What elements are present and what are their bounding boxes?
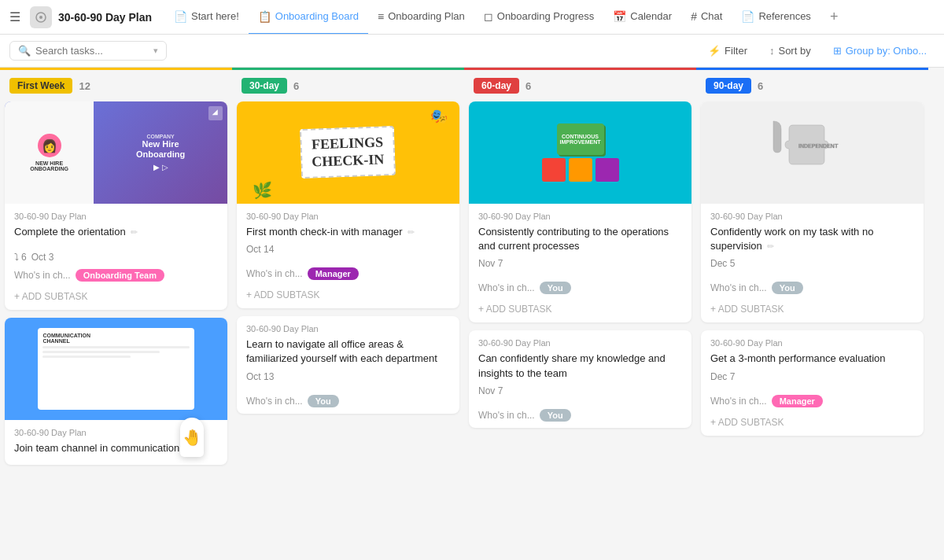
filter-icon: ⚡: [708, 45, 721, 57]
col-count-first-week: 12: [79, 80, 90, 92]
filter-button[interactable]: ⚡ Filter: [700, 41, 755, 61]
assignee-label-knowledge: Who's in ch...: [478, 410, 535, 421]
card-office-nav: 30-60-90 Day Plan Learn to navigate all …: [237, 316, 459, 413]
col-badge-first-week: First Week: [9, 78, 72, 94]
tag-you-knowledge: You: [540, 409, 571, 422]
tab-references[interactable]: 📄 References: [732, 0, 820, 35]
assignee-label-eval: Who's in ch...: [710, 396, 767, 407]
edit-icon-independent[interactable]: ✏: [767, 241, 774, 251]
assignee-label-office: Who's in ch...: [246, 396, 303, 407]
card-knowledge: 30-60-90 Day Plan Can confidently share …: [469, 330, 691, 427]
card-footer-continuous: Who's in ch... You: [469, 278, 691, 300]
group-icon: ⊞: [833, 45, 842, 57]
card-comm: COMMUNICATIONCHANNEL 🤚 30-60-90 Day Plan…: [5, 318, 227, 465]
card-title-independent: Confidently work on my task with no supe…: [710, 225, 914, 253]
card-footer-independent: Who's in ch... You: [701, 278, 924, 300]
tag-manager: Manager: [308, 267, 359, 280]
assignee-label: Who's in ch...: [14, 270, 71, 281]
sort-icon: ↕: [769, 45, 775, 57]
hamburger-menu[interactable]: ☰: [9, 9, 20, 24]
card-img-orientation: 👩 NEW HIREONBOARDING COMPANY New HireOnb…: [5, 101, 227, 204]
card-continuous: CONTINUOUSIMPROVEMENT 30-60-90 Day Plan …: [469, 101, 691, 322]
card-footer-eval: Who's in ch... Manager: [701, 392, 924, 414]
card-date-independent: Dec 5: [710, 258, 914, 269]
search-chevron-icon: ▾: [153, 46, 158, 56]
board-icon: 📋: [258, 10, 271, 23]
col-badge-90: 90-day: [706, 78, 751, 94]
card-footer-knowledge: Who's in ch... You: [469, 406, 691, 428]
sort-button[interactable]: ↕ Sort by: [761, 41, 819, 61]
card-footer-office: Who's in ch... You: [237, 392, 459, 414]
card-date-knowledge: Nov 7: [478, 385, 682, 396]
plan-icon: ≡: [378, 10, 384, 23]
add-tab-button[interactable]: +: [824, 9, 845, 25]
tag-you-office: You: [308, 395, 339, 407]
tab-chat[interactable]: # Chat: [681, 0, 732, 35]
app-logo: [30, 6, 52, 28]
search-icon: 🔍: [18, 45, 31, 57]
col-badge-60: 60-day: [474, 78, 519, 94]
column-60-day: 60-day 6 CONTINUOUSIMPROVEMENT: [464, 68, 696, 560]
card-footer-feelings: Who's in ch... Manager: [237, 264, 459, 286]
card-orientation: 👩 NEW HIREONBOARDING COMPANY New HireOnb…: [5, 101, 227, 310]
edit-icon-feelings[interactable]: ✏: [407, 227, 415, 237]
col-count-60: 6: [525, 80, 531, 92]
col-header-90: 90-day 6: [701, 70, 924, 101]
references-icon: 📄: [741, 10, 754, 23]
card-date-office: Oct 13: [246, 371, 450, 382]
calendar-icon: 📅: [613, 10, 626, 23]
card-title-feelings: First month check-in with manager ✏: [246, 225, 450, 239]
card-meta-continuous: 30-60-90 Day Plan: [478, 212, 682, 221]
card-meta-office: 30-60-90 Day Plan: [246, 324, 450, 333]
tab-onboarding-plan[interactable]: ≡ Onboarding Plan: [368, 0, 474, 35]
card-img-comm: COMMUNICATIONCHANNEL 🤚: [5, 318, 227, 420]
add-subtask-feelings[interactable]: + ADD SUBTASK: [237, 286, 459, 308]
subtask-count: ⤵ 6: [14, 252, 27, 263]
toolbar: 🔍 ▾ ⚡ Filter ↕ Sort by ⊞ Group by: Onbo.…: [0, 35, 944, 68]
assignee-label-independent: Who's in ch...: [710, 282, 767, 293]
search-box[interactable]: 🔍 ▾: [9, 41, 167, 61]
add-subtask-independent[interactable]: + ADD SUBTASK: [701, 300, 924, 322]
edit-icon[interactable]: ✏: [131, 227, 138, 237]
assignee-tag: Onboarding Team: [76, 269, 164, 282]
card-meta-independent: 30-60-90 Day Plan: [710, 212, 914, 221]
card-meta: 30-60-90 Day Plan: [14, 212, 218, 221]
card-title-office: Learn to navigate all office areas & fam…: [246, 337, 450, 366]
column-90-day: 90-day 6 INDEPENDENT: [696, 68, 928, 560]
group-button[interactable]: ⊞ Group by: Onbo...: [825, 41, 935, 61]
tab-onboarding-board[interactable]: 📋 Onboarding Board: [249, 0, 368, 35]
tab-calendar[interactable]: 📅 Calendar: [603, 0, 681, 35]
card-img-independent: INDEPENDENT: [701, 101, 924, 204]
app-title: 30-60-90 Day Plan: [58, 11, 152, 24]
start-icon: 📄: [174, 10, 187, 23]
add-subtask-btn[interactable]: + ADD SUBTASK: [5, 288, 227, 310]
tag-manager-eval: Manager: [772, 395, 823, 407]
card-img-feelings: FEELINGSCHECK-IN 🌿 🎭: [237, 101, 459, 204]
add-subtask-continuous[interactable]: + ADD SUBTASK: [469, 300, 691, 322]
card-title-knowledge: Can confidently share my knowledge and i…: [478, 352, 682, 380]
card-date-continuous: Nov 7: [478, 258, 682, 269]
card-date-eval: Dec 7: [710, 371, 914, 382]
tag-you-continuous: You: [540, 282, 571, 294]
col-count-90: 6: [758, 80, 763, 92]
tab-start[interactable]: 📄 Start here!: [164, 0, 249, 35]
add-subtask-eval[interactable]: + ADD SUBTASK: [701, 414, 924, 436]
column-30-day: 30-day 6 FEELINGSCHECK-IN 🌿 🎭 30-60-90 D…: [232, 68, 464, 560]
board-area: First Week 12 👩 NEW HIREONBOARDING COMPA…: [0, 68, 944, 560]
progress-icon: ◻: [484, 10, 493, 23]
card-date: Oct 3: [31, 252, 54, 263]
card-footer-orientation: ⤵ 6 Oct 3: [5, 249, 227, 269]
col-header-first-week: First Week 12: [5, 70, 227, 101]
tab-onboarding-progress[interactable]: ◻ Onboarding Progress: [474, 0, 604, 35]
card-title-orientation: Complete the orientation ✏: [14, 225, 218, 239]
column-first-week: First Week 12 👩 NEW HIREONBOARDING COMPA…: [0, 68, 232, 560]
card-img-continuous: CONTINUOUSIMPROVEMENT: [469, 101, 691, 204]
card-meta-eval: 30-60-90 Day Plan: [710, 338, 914, 348]
card-meta-knowledge: 30-60-90 Day Plan: [478, 338, 682, 348]
assignee-label-feelings: Who's in ch...: [246, 268, 303, 279]
chat-icon: #: [691, 10, 697, 23]
col-header-60: 60-day 6: [469, 70, 691, 101]
search-input[interactable]: [35, 45, 146, 57]
card-feelings: FEELINGSCHECK-IN 🌿 🎭 30-60-90 Day Plan F…: [237, 101, 459, 308]
card-meta-feelings: 30-60-90 Day Plan: [246, 212, 450, 221]
